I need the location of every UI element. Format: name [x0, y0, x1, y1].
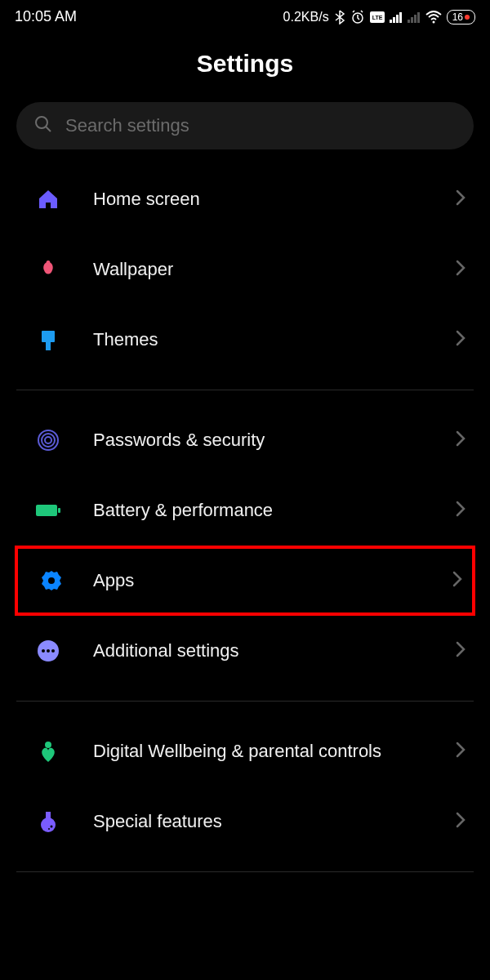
chevron-right-icon: [456, 641, 466, 661]
wifi-icon: [425, 11, 442, 24]
svg-line-13: [46, 127, 51, 131]
svg-point-21: [48, 577, 55, 584]
svg-point-30: [48, 828, 50, 830]
settings-group-1: Home screen Wallpaper Themes: [0, 164, 490, 375]
settings-group-3: Digital Wellbeing & parental controls Sp…: [0, 716, 490, 857]
svg-rect-8: [411, 17, 413, 23]
svg-point-25: [51, 649, 55, 653]
battery-icon: [34, 497, 62, 524]
volte-icon: LTE: [370, 11, 385, 23]
settings-item-battery-performance[interactable]: Battery & performance: [0, 475, 490, 546]
settings-item-special-features[interactable]: Special features: [0, 786, 490, 857]
dots-icon: [34, 637, 62, 665]
battery-low-icon: [465, 15, 470, 20]
home-icon: [34, 185, 62, 213]
svg-point-11: [432, 20, 434, 23]
search-input[interactable]: Search settings: [16, 102, 474, 149]
svg-point-18: [45, 437, 51, 443]
header: Settings: [0, 32, 490, 102]
svg-point-24: [47, 649, 50, 653]
settings-item-additional-settings[interactable]: Additional settings: [0, 616, 490, 686]
settings-item-home-screen[interactable]: Home screen: [0, 164, 490, 234]
divider: [16, 701, 474, 702]
settings-item-themes[interactable]: Themes: [0, 305, 490, 375]
status-time: 10:05 AM: [15, 8, 77, 25]
chevron-right-icon: [456, 260, 466, 279]
svg-rect-9: [414, 15, 416, 23]
svg-rect-4: [393, 17, 395, 23]
data-rate: 0.2KB/s: [283, 10, 329, 24]
chevron-right-icon: [456, 501, 466, 520]
svg-point-26: [45, 742, 51, 748]
svg-point-23: [42, 649, 45, 653]
svg-rect-15: [46, 342, 51, 350]
svg-rect-6: [399, 12, 402, 23]
status-bar: 10:05 AM 0.2KB/s LTE 16: [0, 0, 490, 32]
settings-item-passwords-security[interactable]: Passwords & security: [0, 405, 490, 475]
bluetooth-icon: [334, 10, 345, 24]
divider: [16, 871, 474, 872]
svg-rect-3: [390, 20, 392, 23]
settings-item-digital-wellbeing[interactable]: Digital Wellbeing & parental controls: [0, 716, 490, 786]
chevron-right-icon: [452, 571, 462, 590]
heart-icon: [34, 737, 62, 765]
svg-rect-20: [58, 508, 60, 513]
settings-item-label: Special features: [93, 810, 425, 834]
settings-item-label: Home screen: [93, 188, 425, 212]
divider: [16, 390, 474, 390]
svg-rect-5: [396, 15, 399, 23]
status-right: 0.2KB/s LTE 16: [283, 10, 475, 24]
settings-item-label: Digital Wellbeing & parental controls: [93, 740, 425, 764]
svg-rect-10: [417, 12, 420, 23]
svg-point-29: [51, 826, 53, 828]
flask-icon: [34, 808, 62, 835]
settings-item-label: Battery & performance: [93, 499, 425, 523]
chevron-right-icon: [456, 330, 466, 350]
svg-point-17: [42, 434, 55, 447]
signal-icon: [390, 11, 403, 23]
signal-icon-2: [408, 11, 421, 23]
battery-percent: 16: [452, 11, 463, 23]
settings-group-2: Passwords & security Battery & performan…: [0, 405, 490, 686]
alarm-icon: [350, 10, 365, 24]
svg-rect-19: [36, 505, 57, 516]
chevron-right-icon: [456, 742, 466, 761]
settings-item-apps[interactable]: Apps: [15, 546, 475, 616]
chevron-right-icon: [456, 430, 466, 450]
chevron-right-icon: [456, 189, 466, 209]
chevron-right-icon: [456, 812, 466, 831]
gear-icon: [38, 567, 65, 595]
settings-item-label: Themes: [93, 328, 425, 352]
svg-point-12: [36, 117, 47, 128]
settings-item-label: Additional settings: [93, 639, 425, 663]
search-placeholder: Search settings: [65, 115, 189, 136]
svg-rect-7: [408, 20, 410, 23]
svg-rect-14: [42, 331, 55, 342]
flower-icon: [34, 256, 62, 283]
settings-item-wallpaper[interactable]: Wallpaper: [0, 234, 490, 305]
battery-indicator: 16: [447, 10, 475, 24]
settings-item-label: Wallpaper: [93, 258, 425, 282]
settings-item-label: Apps: [93, 569, 425, 593]
brush-icon: [34, 326, 62, 354]
svg-text:LTE: LTE: [372, 15, 382, 20]
settings-item-label: Passwords & security: [93, 429, 425, 452]
fingerprint-icon: [34, 426, 62, 454]
page-title: Settings: [0, 50, 490, 78]
svg-rect-28: [46, 812, 51, 820]
search-icon: [34, 115, 52, 136]
